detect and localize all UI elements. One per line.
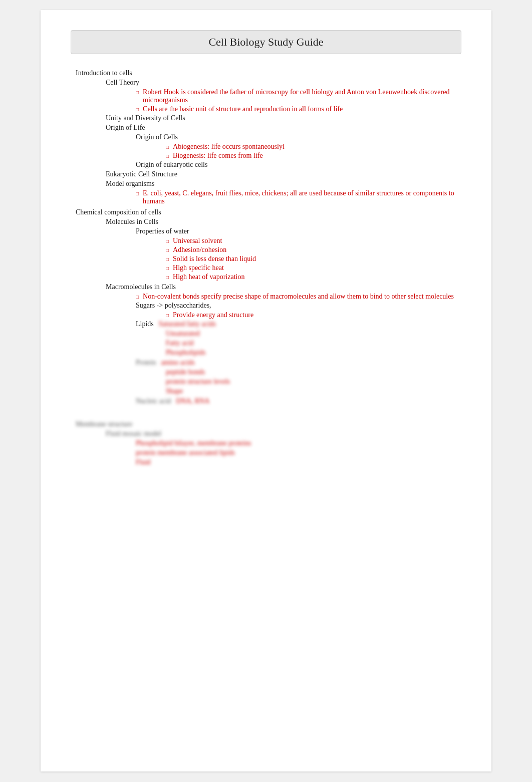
bullet-adhesion-text: Adhesion/cohesion (173, 246, 461, 254)
properties-water-label: Properties of water (136, 227, 461, 235)
bullet-noncovalent-text: Non-covalent bonds specify precise shape… (143, 293, 461, 301)
intro-label: Introduction to cells (76, 69, 461, 77)
list-item: □ Cells are the basic unit of structure … (136, 105, 461, 113)
bullet-icon: □ (166, 266, 169, 271)
sugars-label: Sugars -> polysaccharides, (136, 302, 461, 310)
bottom-blurred-5: Fluid (136, 458, 461, 466)
sugars-text: Sugars -> polysaccharides, (136, 302, 211, 309)
proteins-blurred-3: protein structure levels (166, 378, 461, 386)
bullet-icon: □ (166, 256, 169, 262)
nucleic-row: Nucleic acid DNA, RNA (136, 397, 461, 405)
list-item: □ E. coli, yeast, C. elegans, fruit flie… (136, 189, 461, 205)
bullet-icon: □ (136, 294, 139, 300)
lipids-blurred-1: Saturated fatty acids (159, 320, 216, 328)
lipids-row: Lipids Saturated fatty acids (136, 320, 461, 328)
model-organisms-label: Model organisms (106, 180, 461, 188)
list-item: □ Universal solvent (166, 237, 461, 245)
bullet-provide-energy-text: Provide energy and structure (173, 311, 461, 319)
lipids-blurred-3: Fatty acid (166, 339, 461, 347)
list-item: □ Solid is less dense than liquid (166, 255, 461, 263)
bullet-high-specific-text: High specific heat (173, 264, 461, 272)
bullet-universal-text: Universal solvent (173, 237, 461, 245)
origin-eukaryotic-label: Origin of eukaryotic cells (136, 161, 461, 169)
list-item: □ Provide energy and structure (166, 311, 461, 319)
origin-life-label: Origin of Life (106, 124, 461, 132)
list-item: □ High heat of vaporization (166, 273, 461, 281)
nucleic-blurred-1: DNA, RNA (176, 397, 209, 405)
lipids-blurred-2: Unsaturated (166, 330, 461, 338)
bottom-blurred-4: protein membrane associated lipids (136, 449, 461, 457)
bullet-icon: □ (166, 313, 169, 318)
bullet-hook-text: Robert Hook is considered the father of … (143, 88, 461, 104)
chemical-composition-label: Chemical composition of cells (76, 208, 461, 216)
cell-theory-label: Cell Theory (106, 79, 461, 87)
bullet-solid-text: Solid is less dense than liquid (173, 255, 461, 263)
eukaryotic-structure-label: Eukaryotic Cell Structure (106, 170, 461, 178)
list-item: □ Non-covalent bonds specify precise sha… (136, 293, 461, 301)
content-area: Introduction to cells Cell Theory □ Robe… (71, 69, 461, 466)
list-item: □ Abiogenesis: life occurs spontaneously… (166, 143, 461, 151)
origin-cells-label: Origin of Cells (136, 133, 461, 141)
bottom-blurred-3: Phospholipid bilayer, membrane proteins (136, 439, 461, 447)
page-title: Cell Biology Study Guide (71, 30, 461, 54)
bullet-icon: □ (166, 247, 169, 253)
page: Cell Biology Study Guide Introduction to… (41, 10, 491, 771)
list-item: □ High specific heat (166, 264, 461, 272)
unity-label: Unity and Diversity of Cells (106, 114, 461, 122)
proteins-blurred-4: Shape (166, 387, 461, 395)
bottom-blurred-2: Fluid mosaic model (106, 430, 461, 438)
bullet-icon: □ (136, 191, 139, 196)
list-item: □ Biogenesis: life comes from life (166, 152, 461, 160)
bullet-icon: □ (166, 275, 169, 280)
bullet-cells-basic-text: Cells are the basic unit of structure an… (143, 105, 461, 113)
proteins-blurred-1: amino acids (161, 359, 194, 367)
bullet-abiogenesis-text: Abiogenesis: life occurs spontaneouslyl (173, 143, 461, 151)
molecules-in-cells-label: Molecules in Cells (106, 218, 461, 226)
lipids-blurred-4: Phospholipids (166, 349, 461, 357)
list-item: □ Robert Hook is considered the father o… (136, 88, 461, 104)
bullet-icon: □ (166, 238, 169, 244)
bullet-biogenesis-text: Biogenesis: life comes from life (173, 152, 461, 160)
nucleic-label: Nucleic acid (136, 397, 171, 405)
proteins-blurred-2: peptide bonds (166, 368, 461, 376)
bullet-ecoli-text: E. coli, yeast, C. elegans, fruit flies,… (143, 189, 461, 205)
bottom-blurred-section: Membrane structure Fluid mosaic model Ph… (76, 420, 461, 466)
macromolecules-label: Macromolecules in Cells (106, 283, 461, 291)
proteins-row: Protein amino acids (136, 359, 461, 367)
bullet-high-heat-text: High heat of vaporization (173, 273, 461, 281)
bullet-icon: □ (136, 107, 139, 112)
proteins-label: Protein (136, 359, 156, 367)
bullet-icon: □ (136, 90, 139, 95)
list-item: □ Adhesion/cohesion (166, 246, 461, 254)
bullet-icon: □ (166, 144, 169, 150)
bottom-blurred-1: Membrane structure (76, 420, 461, 428)
bullet-icon: □ (166, 153, 169, 159)
lipids-label: Lipids (136, 320, 154, 328)
